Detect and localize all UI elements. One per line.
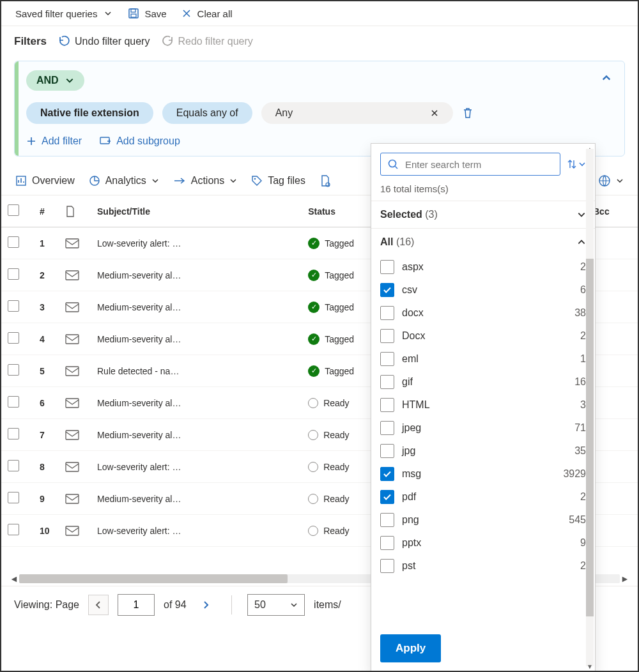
tag-icon (251, 175, 263, 187)
scroll-left-arrow[interactable]: ◄ (9, 574, 19, 584)
scroll-down-arrow[interactable]: ▼ (586, 662, 594, 670)
row-checkbox[interactable] (8, 492, 19, 503)
actions-icon (173, 176, 186, 185)
svg-point-6 (254, 178, 256, 179)
item-checkbox[interactable] (380, 260, 394, 274)
col-type-icon[interactable] (59, 195, 91, 227)
item-checkbox[interactable] (380, 467, 394, 481)
item-count: 2 (580, 491, 586, 503)
globe-dropdown[interactable] (598, 174, 624, 187)
dd-scroll-thumb[interactable] (586, 259, 594, 616)
row-checkbox[interactable] (8, 236, 19, 248)
saved-filter-queries-dropdown[interactable]: Saved filter queries (15, 8, 114, 19)
delete-condition-button[interactable] (462, 107, 473, 119)
item-label: docx (402, 307, 424, 319)
dropdown-item[interactable]: HTML 3 (380, 393, 586, 416)
row-checkbox[interactable] (8, 268, 19, 280)
col-num[interactable]: # (33, 195, 59, 227)
item-count: 6 (580, 284, 586, 296)
row-num: 4 (33, 323, 59, 355)
undo-label: Undo filter query (75, 36, 150, 47)
plus-icon (26, 136, 36, 146)
item-count: 3 (580, 399, 586, 411)
row-num: 7 (33, 419, 59, 451)
collapse-group-button[interactable] (601, 73, 612, 83)
sort-button[interactable] (567, 158, 586, 170)
value-pill[interactable]: Any (261, 102, 453, 124)
row-subject: Medium-severity al… (91, 259, 302, 291)
overview-button[interactable]: Overview (15, 175, 75, 187)
item-count: 3929 (563, 468, 586, 480)
clear-all-button[interactable]: Clear all (181, 8, 233, 19)
svg-rect-14 (66, 399, 79, 408)
actions-dropdown[interactable]: Actions (173, 175, 237, 187)
close-icon (181, 8, 192, 19)
clear-value-icon[interactable] (430, 109, 439, 118)
item-checkbox[interactable] (380, 375, 394, 389)
more-tool-button[interactable] (320, 174, 331, 187)
dropdown-item[interactable]: pptx 9 (380, 531, 586, 554)
row-checkbox[interactable] (8, 460, 19, 471)
scroll-right-arrow[interactable]: ► (620, 574, 630, 584)
analytics-dropdown[interactable]: Analytics (89, 175, 159, 187)
item-checkbox[interactable] (380, 329, 394, 343)
prev-page-button[interactable] (88, 595, 109, 615)
save-button[interactable]: Save (128, 8, 166, 19)
item-checkbox[interactable] (380, 559, 394, 573)
dropdown-item[interactable]: aspx 2 (380, 256, 586, 279)
undo-filter-button[interactable]: Undo filter query (58, 35, 150, 48)
dropdown-item[interactable]: pdf 2 (380, 485, 586, 508)
item-checkbox[interactable] (380, 283, 394, 297)
row-checkbox[interactable] (8, 524, 19, 535)
next-page-button[interactable] (196, 595, 216, 615)
item-checkbox[interactable] (380, 398, 394, 412)
dropdown-item[interactable]: csv 6 (380, 279, 586, 302)
tag-files-button[interactable]: Tag files (251, 175, 305, 187)
dropdown-item[interactable]: pst 2 (380, 554, 586, 577)
viewing-label: Viewing: Page (14, 599, 79, 611)
operator-pill[interactable]: Equals any of (162, 102, 252, 124)
page-size-select[interactable]: 50 (247, 594, 305, 616)
row-checkbox[interactable] (8, 300, 19, 312)
item-label: msg (402, 468, 421, 480)
row-checkbox[interactable] (8, 332, 19, 344)
select-all-checkbox[interactable] (8, 204, 19, 216)
and-operator-pill[interactable]: AND (26, 70, 84, 91)
field-pill[interactable]: Native file extension (26, 102, 153, 124)
dropdown-item[interactable]: gif 16 (380, 370, 586, 393)
item-checkbox[interactable] (380, 513, 394, 527)
mail-icon (59, 515, 91, 547)
svg-rect-0 (129, 9, 138, 18)
item-checkbox[interactable] (380, 490, 394, 504)
item-checkbox[interactable] (380, 421, 394, 435)
item-count: 9 (580, 537, 586, 549)
search-input-wrap[interactable] (380, 153, 560, 176)
item-checkbox[interactable] (380, 536, 394, 550)
dropdown-item[interactable]: png 545 (380, 508, 586, 531)
row-checkbox[interactable] (8, 428, 19, 439)
item-checkbox[interactable] (380, 306, 394, 320)
row-subject: Medium-severity al… (91, 387, 302, 419)
selected-section-toggle[interactable]: Selected (3) (371, 201, 595, 229)
search-input[interactable] (404, 158, 553, 171)
add-filter-button[interactable]: Add filter (26, 135, 82, 147)
apply-button[interactable]: Apply (380, 634, 441, 662)
item-checkbox[interactable] (380, 352, 394, 366)
all-section-toggle[interactable]: All (16) (371, 229, 595, 256)
add-subgroup-button[interactable]: Add subgroup (100, 135, 180, 147)
dropdown-item[interactable]: Docx 2 (380, 325, 586, 347)
scroll-thumb[interactable] (19, 574, 288, 583)
row-checkbox[interactable] (8, 396, 19, 408)
dropdown-item[interactable]: jpg 35 (380, 439, 586, 462)
row-checkbox[interactable] (8, 364, 19, 376)
page-input[interactable] (118, 594, 155, 616)
dropdown-item[interactable]: msg 3929 (380, 462, 586, 485)
tag-files-label: Tag files (268, 175, 305, 187)
dropdown-item[interactable]: eml 1 (380, 347, 586, 370)
dropdown-item[interactable]: docx 38 (380, 302, 586, 325)
item-checkbox[interactable] (380, 444, 394, 458)
dropdown-item[interactable]: jpeg 71 (380, 416, 586, 439)
item-count: 71 (574, 422, 586, 434)
col-subject[interactable]: Subject/Title (91, 195, 302, 227)
item-label: png (402, 514, 419, 526)
